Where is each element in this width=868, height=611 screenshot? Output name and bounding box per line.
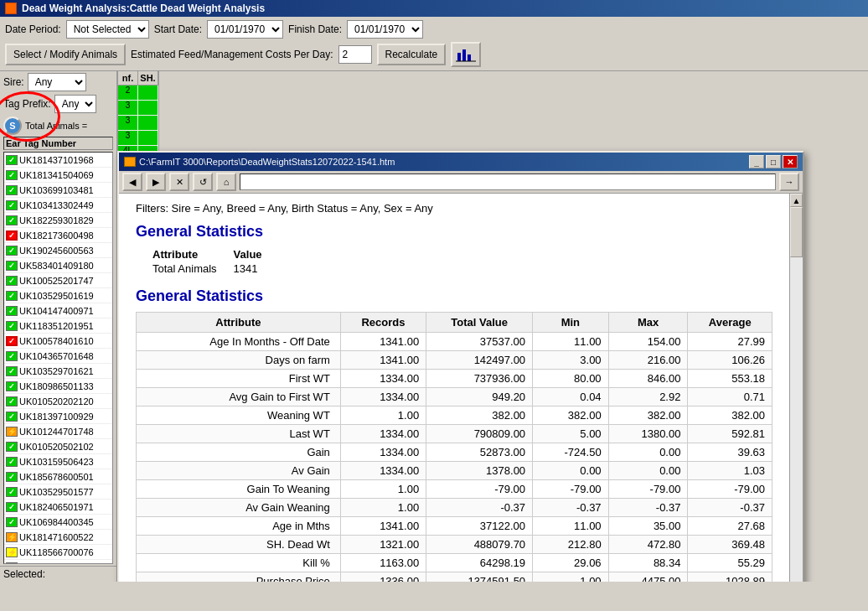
right-col-headers: nf. SH. <box>118 71 158 85</box>
chart-btn[interactable] <box>451 42 481 67</box>
animal-list-item[interactable]: ✓UK103529701621 <box>4 364 112 379</box>
close-btn[interactable]: ✕ <box>783 155 798 168</box>
animal-tag: UK181471600522 <box>19 532 94 542</box>
table-header: Total Value <box>426 313 533 333</box>
total-animals-label: Total Animals = <box>25 121 87 131</box>
sire-dropdown[interactable]: Any <box>28 73 86 91</box>
animal-list-item[interactable]: ✓UK104365701648 <box>4 349 112 364</box>
tag-icon: ⚡ <box>6 532 18 542</box>
cell-min: 0.04 <box>533 388 609 406</box>
animal-list-item[interactable]: ✓UK100525201747 <box>4 273 112 288</box>
address-bar[interactable] <box>240 173 776 190</box>
cell-records: 1334.00 <box>340 443 426 462</box>
cell-max: 2.92 <box>608 388 688 406</box>
animal-list-item[interactable]: ✓UK190245600563 <box>4 243 112 258</box>
cell-attribute: Purchase Price <box>137 572 341 583</box>
animal-list-item[interactable]: ✓UK103159506423 <box>4 454 112 469</box>
animal-tag: UK182259301829 <box>19 215 94 225</box>
animal-tag: UK103529501619 <box>19 291 94 301</box>
animal-list-item[interactable]: ⚡UK181471600522 <box>4 530 112 545</box>
date-period-dropdown[interactable]: Not Selected <box>66 20 149 39</box>
animal-list-item[interactable]: ✓UK103699103481 <box>4 183 112 198</box>
finish-date-dropdown[interactable]: 01/01/1970 <box>347 20 423 39</box>
minimize-btn[interactable]: _ <box>749 155 764 168</box>
animal-list-item[interactable]: ✓UK010520202120 <box>4 394 112 409</box>
animal-list-item[interactable]: ✓UK010520502102 <box>4 439 112 454</box>
animal-list-item[interactable]: ✓UK181437101968 <box>4 153 112 168</box>
cell-avg: 592.81 <box>688 425 772 443</box>
nf-cell: 3 <box>118 116 138 130</box>
cell-max: 88.34 <box>608 554 688 572</box>
animal-list-item[interactable]: ⚡UK118566700076 <box>4 545 112 560</box>
nf-cell: 3 <box>118 101 138 115</box>
table-row: Purchase Price1336.001374591.501.004475.… <box>137 572 772 583</box>
cell-min: -0.37 <box>533 499 609 517</box>
svg-rect-1 <box>462 49 466 61</box>
start-date-dropdown[interactable]: 01/01/1970 <box>207 20 283 39</box>
tag-icon: ✓ <box>6 276 18 286</box>
cell-min: 29.06 <box>533 554 609 572</box>
table-row: First WT1334.00737936.0080.00846.00553.1… <box>137 370 772 388</box>
animal-list-item[interactable]: ✓UK181108302544 <box>4 560 112 564</box>
animal-tag: UK103159506423 <box>19 457 94 467</box>
maximize-btn[interactable]: □ <box>766 155 781 168</box>
cell-min: 80.00 <box>533 370 609 388</box>
cell-records: 1.00 <box>340 406 426 425</box>
ear-tag-header: Ear Tag Number <box>3 137 113 150</box>
recalculate-btn[interactable]: Recalculate <box>377 44 447 65</box>
animal-list-item[interactable]: ✓UK182173600498 <box>4 228 112 243</box>
animal-list-item[interactable]: ✓UK103529501577 <box>4 484 112 500</box>
animal-list-item[interactable]: ✓UK104147400971 <box>4 303 112 318</box>
animal-list-item[interactable]: ✓UK181397100929 <box>4 409 112 424</box>
animal-list-item[interactable]: ✓UK103413302449 <box>4 198 112 213</box>
right-col-item: 3 <box>118 131 158 146</box>
general-stats-title-2: General Statistics <box>136 287 772 305</box>
report-window: C:\FarmIT 3000\Reports\DeadWeightStats12… <box>117 151 804 582</box>
cell-total: 949.20 <box>426 388 533 406</box>
select-modify-btn[interactable]: Select / Modify Animals <box>5 44 126 65</box>
estimated-feed-input[interactable] <box>338 45 372 64</box>
scroll-thumb[interactable] <box>790 207 803 257</box>
nf-cell: 2 <box>118 85 138 100</box>
cell-attribute: Days on farm <box>137 351 341 370</box>
animal-list-item[interactable]: ✓UK181341504069 <box>4 168 112 183</box>
val-col-header: Value <box>234 247 279 261</box>
animal-list-item[interactable]: ⚡UK101244701748 <box>4 424 112 439</box>
table-row: Days on farm1341.00142497.003.00216.0010… <box>137 351 772 370</box>
cell-total: -0.37 <box>426 499 533 517</box>
animal-list-item[interactable]: ✓UK106984400345 <box>4 515 112 530</box>
animal-list-item[interactable]: ✓UK100578401610 <box>4 334 112 349</box>
go-btn[interactable]: → <box>779 173 799 191</box>
cell-avg: 553.18 <box>688 370 772 388</box>
animal-tag: UK118351201951 <box>19 321 94 331</box>
scrollbar[interactable]: ▲ ▼ <box>789 194 803 582</box>
animal-list-item[interactable]: ✓UK182406501971 <box>4 500 112 515</box>
svg-rect-0 <box>457 53 461 61</box>
s-button[interactable]: S <box>3 117 22 135</box>
cell-total: 1374591.50 <box>426 572 533 583</box>
animal-tag: UK010520502102 <box>19 442 94 452</box>
animal-list-item[interactable]: ✓UK182259301829 <box>4 213 112 228</box>
stop-btn[interactable]: ✕ <box>169 173 189 191</box>
cell-attribute: Age in Mths <box>137 517 341 536</box>
cell-min: -724.50 <box>533 443 609 462</box>
tag-icon: ✓ <box>6 472 18 482</box>
back-btn[interactable]: ◀ <box>122 173 142 191</box>
animal-list-item[interactable]: ✓UK583401409180 <box>4 258 112 273</box>
report-nav-toolbar: ◀ ▶ ✕ ↺ ⌂ → <box>119 171 803 194</box>
animal-tag: UK180986501133 <box>19 381 94 391</box>
home-btn[interactable]: ⌂ <box>216 173 236 191</box>
animal-list-item[interactable]: ✓UK118351201951 <box>4 318 112 334</box>
forward-btn[interactable]: ▶ <box>146 173 166 191</box>
finish-date-label: Finish Date: <box>288 23 342 35</box>
cell-records: 1336.00 <box>340 572 426 583</box>
scroll-up-btn[interactable]: ▲ <box>790 194 803 207</box>
animal-list-item[interactable]: ✓UK185678600501 <box>4 469 112 484</box>
animal-list-item[interactable]: ✓UK103529501619 <box>4 288 112 303</box>
refresh-btn[interactable]: ↺ <box>193 173 213 191</box>
tag-prefix-dropdown[interactable]: Any <box>54 95 96 113</box>
animal-list[interactable]: ✓UK181437101968✓UK181341504069✓UK1036991… <box>3 152 113 564</box>
tag-icon: ✓ <box>6 351 18 361</box>
animal-list-item[interactable]: ✓UK180986501133 <box>4 379 112 394</box>
report-content: Filters: Sire = Any, Breed = Any, Birth … <box>119 194 789 582</box>
